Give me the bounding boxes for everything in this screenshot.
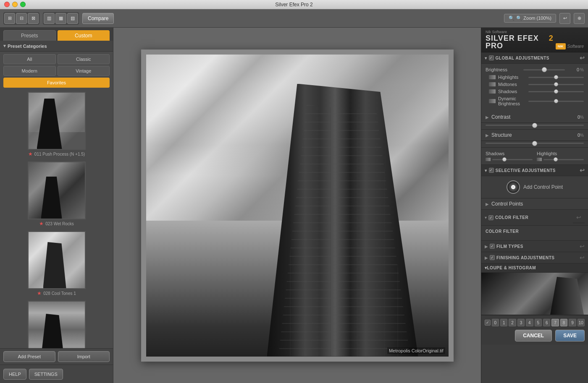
tab-presets[interactable]: Presets	[3, 30, 56, 41]
cat-vintage[interactable]: Vintage	[58, 66, 110, 76]
help-settings-bar: HELP SETTINGS	[0, 365, 113, 383]
strip-check[interactable]: ✓	[485, 320, 491, 326]
list-item[interactable]: ★ 023 Wet Rocks	[2, 162, 111, 228]
control-points-row[interactable]: ▶ Control Points	[481, 198, 588, 210]
structure-thumb[interactable]	[532, 141, 537, 146]
shadows-thumb[interactable]	[554, 89, 558, 94]
brightness-value: 0	[567, 67, 579, 72]
global-undo-icon[interactable]: ↩	[580, 55, 585, 61]
view-controls: ⊞ ⊟ ⊠	[3, 12, 39, 25]
settings-button[interactable]: SETTINGS	[29, 369, 63, 380]
num-2[interactable]: 2	[509, 319, 516, 326]
close-button[interactable]	[4, 2, 10, 7]
highlights-thumb[interactable]	[554, 75, 558, 79]
dynamic-brightness-slider[interactable]	[528, 101, 584, 102]
color-filter-check[interactable]: ✓	[488, 215, 494, 220]
contrast-thumb[interactable]	[532, 123, 537, 128]
minimize-button[interactable]	[12, 2, 18, 7]
toolbar-icon-1[interactable]: ↩	[559, 13, 570, 24]
structure-shadows-thumb[interactable]	[502, 157, 507, 162]
structure-highlights-track[interactable]	[543, 159, 584, 160]
num-9[interactable]: 9	[569, 319, 576, 326]
color-filter-row[interactable]: ▾ ✓ COLOR FILTER ↩	[481, 210, 588, 226]
global-check[interactable]: ✓	[489, 55, 494, 60]
save-button[interactable]: SAVE	[555, 330, 585, 341]
tab-custom[interactable]: Custom	[58, 30, 110, 41]
cat-all[interactable]: All	[3, 54, 56, 64]
maximize-button[interactable]	[20, 2, 26, 7]
num-5[interactable]: 5	[535, 319, 542, 326]
film-types-row[interactable]: ▶ ✓ FILM TYPES ↩	[481, 241, 588, 252]
global-adjustments-header[interactable]: ▾ ✓ GLOBAL ADJUSTMENTS ↩	[481, 52, 588, 64]
num-6[interactable]: 6	[543, 319, 550, 326]
view-btn-2[interactable]: ⊟	[16, 13, 27, 24]
midtones-label: Midtones	[498, 82, 528, 87]
finishing-adjustments-row[interactable]: ▶ ✓ FINISHING ADJUSTMENTS ↩	[481, 252, 588, 263]
layout-btn-1[interactable]: ▥	[44, 13, 55, 24]
loupe-header[interactable]: ▾ LOUPE & HISTOGRAM	[481, 263, 588, 273]
cat-modern[interactable]: Modern	[3, 66, 56, 76]
help-button[interactable]: HELP	[3, 369, 26, 380]
num-3[interactable]: 3	[517, 319, 525, 326]
finishing-check[interactable]: ✓	[490, 255, 495, 260]
color-filter-undo-icon[interactable]: ↩	[573, 212, 585, 223]
layout-btn-2[interactable]: ▦	[55, 13, 66, 24]
layout-btn-3[interactable]: ▧	[67, 13, 78, 24]
midtones-thumb[interactable]	[554, 82, 558, 86]
toolbar-icon-2[interactable]: ⊕	[574, 13, 585, 24]
color-filter-label: COLOR FILTER	[495, 215, 573, 220]
brightness-slider[interactable]	[523, 69, 565, 70]
add-control-point-button[interactable]: Add Control Point	[507, 180, 563, 194]
preset-categories-header[interactable]: ▾ Preset Categories	[0, 41, 113, 52]
finishing-undo-icon[interactable]: ↩	[580, 254, 585, 261]
preset-label-1: ★ 011 Push Process (N +1.5)	[2, 150, 111, 158]
window-controls[interactable]	[4, 2, 26, 7]
color-filter-content: COLOR FILTER	[481, 226, 588, 241]
contrast-track[interactable]	[486, 125, 584, 126]
product-name: SILVER EFEX PRO	[486, 34, 547, 50]
brightness-label: Brightness	[486, 67, 523, 72]
num-8[interactable]: 8	[560, 319, 567, 326]
num-4[interactable]: 4	[526, 319, 533, 326]
view-btn-3[interactable]: ⊠	[28, 13, 39, 24]
compare-button[interactable]: Compare	[82, 13, 114, 24]
cat-favorites[interactable]: Favorites	[3, 78, 110, 88]
structure-track[interactable]	[486, 143, 584, 144]
zoom-indicator[interactable]: 🔍 🔍 Zoom (100%)	[504, 14, 556, 23]
selective-adjustments-header[interactable]: ▾ ✓ SELECTIVE ADJUSTMENTS ↩	[481, 165, 588, 176]
structure-label: Structure	[491, 132, 578, 138]
film-types-check[interactable]: ✓	[490, 244, 495, 249]
midtones-slider[interactable]	[528, 84, 584, 85]
num-1[interactable]: 1	[500, 319, 507, 326]
view-btn-1[interactable]: ⊞	[4, 13, 15, 24]
structure-shadows-track[interactable]	[492, 159, 533, 160]
contrast-arrow-icon: ▶	[486, 115, 489, 120]
num-7[interactable]: 7	[551, 319, 559, 326]
selective-undo-icon[interactable]: ↩	[580, 167, 585, 174]
contrast-row[interactable]: ▶ Contrast 0 %	[481, 112, 588, 123]
brightness-thumb[interactable]	[542, 67, 547, 72]
list-item[interactable]: ★ 028 Cool Tones 1	[2, 231, 111, 297]
film-types-undo-icon[interactable]: ↩	[580, 243, 585, 250]
contrast-unit: %	[580, 115, 584, 120]
list-item[interactable]: ★ 029 Cool Tones 2	[2, 301, 111, 348]
num-10[interactable]: 10	[578, 319, 585, 326]
preset-label-2: ★ 023 Wet Rocks	[2, 219, 111, 228]
highlights-slider[interactable]	[528, 77, 584, 78]
cancel-button[interactable]: CANCEL	[515, 330, 552, 341]
structure-highlights-thumb[interactable]	[554, 157, 558, 162]
add-preset-button[interactable]: Add Preset	[3, 351, 55, 362]
num-0[interactable]: 0	[492, 319, 499, 326]
color-filter-arrow-icon: ▾	[485, 215, 487, 220]
shadows-slider[interactable]	[528, 91, 584, 92]
cat-classic[interactable]: Classic	[58, 54, 110, 64]
selective-check[interactable]: ✓	[489, 168, 494, 173]
structure-row[interactable]: ▶ Structure 0 %	[481, 130, 588, 141]
selective-content: Add Control Point	[481, 176, 588, 198]
list-item[interactable]: ★ 011 Push Process (N +1.5)	[2, 92, 111, 158]
selective-adjustments-title: SELECTIVE ADJUSTMENTS	[496, 168, 556, 173]
import-button[interactable]: Import	[58, 351, 110, 362]
dynamic-brightness-thumb[interactable]	[554, 99, 558, 103]
image-frame: Metropolis ColorOriginal.tif	[141, 50, 454, 362]
center-canvas: Metropolis ColorOriginal.tif	[113, 28, 481, 383]
